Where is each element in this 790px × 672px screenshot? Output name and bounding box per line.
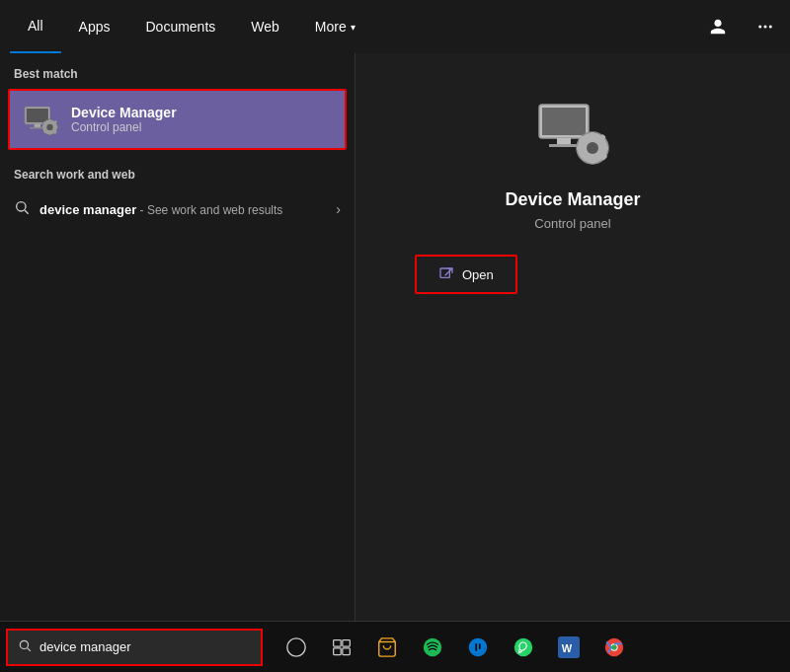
tab-all[interactable]: All: [10, 0, 61, 53]
tab-documents[interactable]: Documents: [127, 0, 233, 53]
svg-text:W: W: [562, 641, 573, 653]
svg-rect-22: [549, 144, 579, 147]
task-view-icon: [332, 637, 352, 657]
right-panel-actions: Open: [356, 255, 790, 294]
device-manager-icon: [22, 101, 59, 138]
svg-rect-41: [343, 647, 351, 654]
tab-apps[interactable]: Apps: [61, 0, 128, 53]
taskbar: W: [0, 621, 790, 672]
svg-rect-10: [48, 132, 50, 135]
search-svg-icon: [14, 199, 30, 215]
svg-point-44: [514, 637, 532, 655]
task-view-button[interactable]: [320, 626, 363, 669]
word-button[interactable]: W: [547, 626, 591, 669]
svg-rect-4: [27, 109, 48, 122]
best-match-subtitle: Control panel: [71, 120, 177, 134]
best-match-text: Device Manager Control panel: [71, 105, 177, 134]
edge-icon: [467, 636, 489, 658]
tab-web-label: Web: [251, 19, 279, 35]
svg-point-8: [46, 124, 52, 130]
svg-point-24: [587, 142, 598, 154]
svg-point-43: [424, 637, 441, 655]
svg-rect-21: [557, 138, 571, 144]
open-launch-icon: [438, 266, 454, 282]
svg-point-35: [20, 640, 28, 648]
chrome-icon: [603, 636, 625, 658]
right-panel: Device Manager Control panel Open: [356, 53, 790, 621]
spotify-button[interactable]: [411, 626, 454, 669]
chrome-button[interactable]: [592, 626, 636, 669]
chevron-down-icon: ▾: [351, 22, 356, 33]
whatsapp-icon: [513, 636, 534, 658]
svg-rect-5: [35, 124, 40, 127]
svg-line-34: [445, 268, 452, 275]
svg-rect-38: [334, 639, 342, 646]
person-icon: [709, 18, 727, 36]
whatsapp-button[interactable]: [502, 626, 545, 669]
taskbar-search-box[interactable]: [6, 629, 263, 666]
tab-more-label: More: [315, 19, 347, 35]
best-match-label: Best match: [0, 67, 355, 89]
svg-rect-9: [48, 119, 50, 122]
svg-line-36: [28, 648, 31, 651]
svg-rect-25: [591, 132, 595, 138]
spotify-icon: [422, 636, 443, 658]
taskbar-search-icon: [18, 638, 32, 655]
svg-rect-26: [591, 158, 595, 164]
store-icon: [376, 636, 398, 658]
svg-rect-12: [54, 126, 57, 128]
nav-right-actions: [703, 12, 780, 41]
svg-rect-28: [602, 146, 608, 151]
tab-more[interactable]: More ▾: [297, 0, 373, 53]
right-panel-subtitle: Control panel: [534, 216, 610, 231]
top-navigation: All Apps Documents Web More ▾: [0, 0, 790, 53]
right-panel-title: Device Manager: [505, 189, 640, 210]
svg-rect-40: [334, 647, 342, 654]
svg-line-18: [25, 210, 29, 214]
microsoft-store-button[interactable]: [365, 626, 409, 669]
search-web-text: device manager - See work and web result…: [40, 202, 326, 217]
left-panel: Best match: [0, 53, 356, 621]
search-web-item[interactable]: device manager - See work and web result…: [0, 191, 355, 227]
svg-point-49: [611, 644, 617, 650]
search-rest-text: - See work and web results: [136, 203, 282, 217]
word-icon: W: [558, 636, 580, 658]
best-match-title: Device Manager: [71, 105, 177, 120]
right-device-manager-icon: [533, 93, 612, 172]
search-bold-term: device manager: [40, 202, 136, 217]
svg-point-1: [764, 26, 767, 29]
svg-rect-20: [542, 108, 586, 135]
edge-button[interactable]: [456, 626, 500, 669]
tab-web[interactable]: Web: [233, 0, 297, 53]
svg-rect-39: [343, 639, 351, 646]
open-button-label: Open: [462, 267, 494, 282]
windows-circle-icon: [285, 636, 307, 658]
taskbar-search-input[interactable]: [40, 639, 251, 654]
right-panel-icon: [533, 93, 612, 172]
chevron-right-icon: ›: [336, 201, 341, 217]
svg-rect-27: [577, 146, 583, 151]
windows-start-button[interactable]: [275, 626, 318, 669]
more-icon: [756, 18, 774, 36]
svg-point-0: [758, 26, 761, 29]
svg-point-17: [17, 202, 26, 211]
main-area: Best match: [0, 53, 790, 621]
svg-point-37: [287, 637, 305, 655]
svg-rect-11: [42, 126, 45, 128]
tab-apps-label: Apps: [79, 19, 111, 35]
search-work-web-label: Search work and web: [0, 164, 355, 191]
person-icon-button[interactable]: [703, 12, 733, 41]
tab-all-label: All: [28, 18, 43, 34]
search-icon: [14, 199, 30, 219]
search-circle-icon: [18, 638, 32, 652]
svg-point-2: [769, 26, 772, 29]
open-button[interactable]: Open: [415, 255, 517, 294]
device-manager-svg-icon: [22, 101, 59, 138]
tab-documents-label: Documents: [145, 19, 215, 35]
best-match-item[interactable]: Device Manager Control panel: [8, 89, 347, 150]
more-options-button[interactable]: [750, 12, 780, 41]
